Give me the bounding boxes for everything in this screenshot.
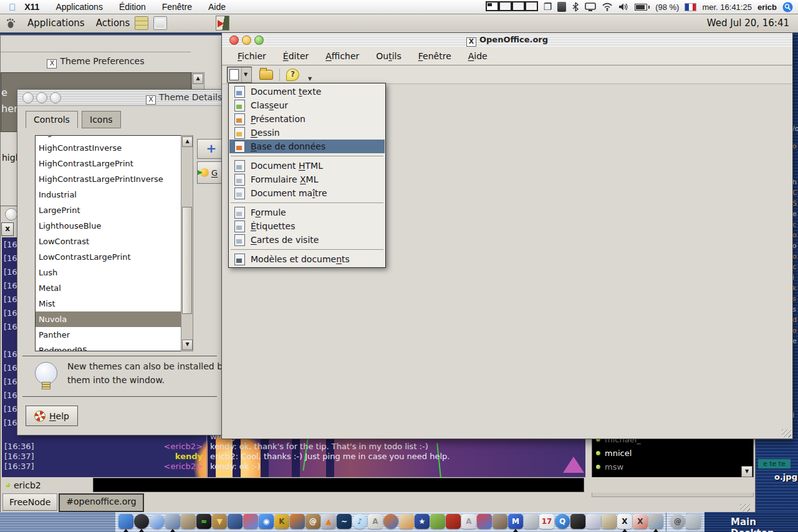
blender-icon[interactable] — [290, 514, 305, 529]
menu-item-presentation[interactable]: Présentation — [229, 112, 385, 126]
preview-icon[interactable] — [181, 514, 196, 529]
window-button-icon[interactable] — [5, 208, 17, 221]
menu-item-database[interactable]: Base de données — [229, 140, 385, 153]
theme-row-lush[interactable]: Lush — [36, 265, 181, 280]
openoffice-resize-grip[interactable] — [782, 429, 791, 437]
menu-aide[interactable]: Aide — [468, 51, 488, 61]
panel-menu-applications[interactable]: Applications — [27, 17, 85, 29]
file-manager-launcher-icon[interactable] — [135, 16, 148, 30]
menu-item-templates[interactable]: Modèles et documents — [229, 252, 385, 266]
menu-outils[interactable]: Outils — [376, 51, 401, 61]
activity-monitor-icon[interactable]: ≈ — [196, 514, 211, 529]
photo-booth-icon[interactable] — [648, 514, 663, 529]
new-document-button[interactable]: ▼ — [227, 67, 252, 83]
keynote-icon[interactable]: K — [274, 514, 289, 529]
help-button[interactable]: Help — [26, 406, 78, 426]
scroll-up-icon[interactable]: ▲ — [193, 74, 203, 84]
display-icon[interactable] — [585, 2, 596, 12]
itunes-icon[interactable]: ♪ — [352, 514, 367, 529]
window-stack-icon[interactable]: ❐ — [544, 1, 552, 12]
menu-item-xml-form[interactable]: Formulaire XML — [229, 173, 385, 186]
chat-input[interactable] — [93, 478, 584, 492]
gnome-foot-icon[interactable] — [5, 17, 16, 29]
go-to-theme-folder-button[interactable]: G — [197, 161, 224, 184]
french-flag-icon[interactable] — [685, 3, 696, 11]
keyboard-viewer-icon[interactable] — [557, 2, 566, 12]
menu-item-labels[interactable]: Étiquettes — [229, 219, 385, 233]
textedit-icon[interactable]: A — [368, 514, 383, 529]
theme-list[interactable]: HighContrastHighContrastInverseHighContr… — [35, 135, 181, 351]
installer-icon[interactable]: ▼ — [212, 514, 227, 529]
scroll-down-icon[interactable]: ▼ — [182, 340, 193, 350]
theme-row-panther[interactable]: Panther — [36, 327, 181, 343]
menu-item-business-cards[interactable]: Cartes de visite — [229, 233, 385, 247]
spotlight-icon[interactable] — [782, 2, 793, 12]
theme-row-largeprint[interactable]: LargePrint — [36, 202, 181, 218]
theme-preferences-titlebar[interactable]: XTheme Preferences — [1, 52, 191, 69]
menu-item-spreadsheet[interactable]: Classeur — [229, 98, 385, 112]
theme-list-scrollbar[interactable]: ▲ ▼ — [181, 135, 193, 351]
menu-item-formula[interactable]: Formule — [229, 206, 385, 219]
user-row-msw[interactable]: msw — [596, 462, 623, 472]
scroll-up-icon[interactable]: ▲ — [182, 136, 193, 147]
theme-row-lighthouseblue[interactable]: LighthouseBlue — [36, 218, 181, 234]
dashboard-icon[interactable] — [134, 514, 149, 529]
mac-menu-édition[interactable]: Édition — [119, 2, 146, 12]
menu-afficher[interactable]: Afficher — [325, 51, 359, 61]
theme-row-highcontrastlargeprint[interactable]: HighContrastLargePrint — [36, 156, 181, 171]
xdev-icon[interactable]: X — [633, 514, 648, 529]
toolbox-icon[interactable] — [446, 514, 461, 529]
x11-icon[interactable]: X — [617, 514, 632, 529]
theme-row-lowcontrast[interactable]: LowContrast — [36, 234, 181, 249]
wifi-icon[interactable] — [602, 2, 613, 11]
theme-row-nuvola[interactable]: Nuvola — [36, 311, 181, 327]
ipod-icon[interactable] — [524, 514, 539, 529]
panel-menu-actions[interactable]: Actions — [96, 17, 130, 29]
menu-item-master-document[interactable]: Document maître — [229, 186, 385, 200]
vlc-icon[interactable]: ▲ — [321, 514, 336, 529]
menu-fenêtre[interactable]: Fenêtre — [418, 51, 451, 61]
applescript-icon[interactable] — [586, 514, 601, 529]
theme-row-highcontrastlargeprintinverse[interactable]: HighContrastLargePrintInverse — [36, 171, 181, 187]
battery-icon[interactable] — [635, 4, 650, 11]
dropdown-arrow-icon[interactable]: ▼ — [241, 67, 248, 82]
theme-row-industrial[interactable]: Industrial — [36, 187, 181, 202]
xcode-icon[interactable] — [165, 514, 180, 529]
close-button[interactable]: x — [1, 222, 14, 236]
mac-menu-applications[interactable]: Applications — [55, 2, 103, 12]
volume-icon[interactable] — [618, 2, 629, 11]
theme-row-redmond95[interactable]: Redmond95 — [36, 343, 181, 351]
screenshot-launcher-icon[interactable] — [153, 16, 167, 30]
theme-row-highcontrastinverse[interactable]: HighContrastInverse — [36, 140, 181, 156]
scrollbar-thumb[interactable] — [182, 207, 192, 314]
neooffice-icon[interactable]: M — [508, 514, 523, 529]
bluetooth-icon[interactable] — [572, 2, 579, 12]
ical-icon[interactable]: 17 — [539, 514, 554, 529]
userlist-scroll-down-icon[interactable]: ▼ — [741, 466, 752, 477]
theme-row-lowcontrastlargeprint[interactable]: LowContrastLargePrint — [36, 249, 181, 265]
logout-icon[interactable] — [216, 16, 229, 31]
menu-item-drawing[interactable]: Dessin — [229, 126, 385, 140]
finder-icon[interactable] — [118, 514, 133, 529]
menu-fichier[interactable]: Fichier — [238, 51, 266, 61]
menu-item-html-document[interactable]: Document HTML — [229, 159, 385, 173]
theme-row-highcontrast[interactable]: HighContrast — [36, 135, 181, 140]
minimize-button-icon[interactable] — [36, 92, 47, 103]
font-tool-icon[interactable] — [602, 514, 617, 529]
stickies-icon[interactable] — [430, 514, 445, 529]
tab-controls[interactable]: Controls — [26, 111, 78, 128]
theme-details-titlebar[interactable]: XTheme Details — [17, 90, 222, 106]
imovie-icon[interactable]: ★ — [415, 514, 430, 529]
menubar-user[interactable]: ericb — [757, 2, 777, 12]
help-icon[interactable]: ? — [286, 69, 299, 81]
mail-stack-icon[interactable]: @ — [670, 514, 685, 529]
close-button-icon[interactable] — [22, 92, 34, 103]
tab-openofficeorg[interactable]: #openoffice.org — [59, 493, 144, 512]
trash-icon[interactable] — [686, 514, 701, 529]
openoffice-titlebar[interactable]: XOpenOffice.org — [222, 33, 792, 47]
mac-menu-aide[interactable]: Aide — [208, 2, 226, 12]
openoffice-icon[interactable]: ~ — [337, 514, 352, 529]
iphoto-icon[interactable] — [399, 514, 414, 529]
macports-icon[interactable] — [477, 514, 492, 529]
tab-freenode[interactable]: FreeNode — [2, 493, 57, 511]
